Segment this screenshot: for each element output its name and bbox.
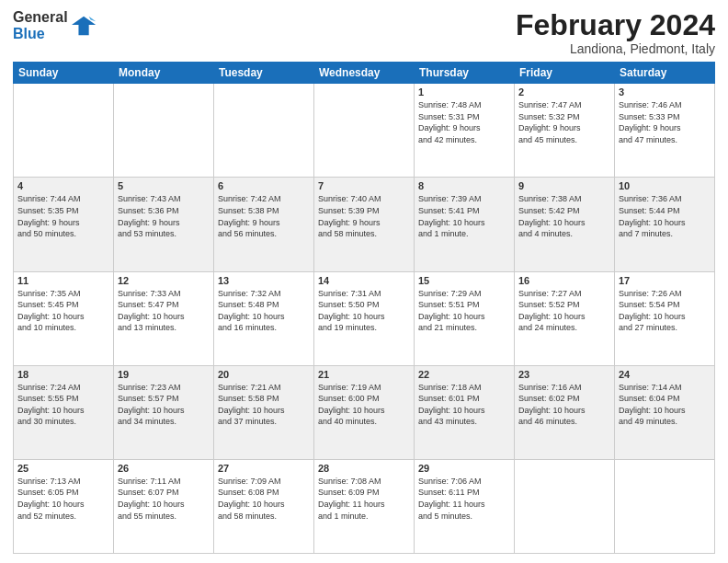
calendar-cell: 11Sunrise: 7:35 AM Sunset: 5:45 PM Dayli… [14,271,114,365]
calendar-cell: 18Sunrise: 7:24 AM Sunset: 5:55 PM Dayli… [14,365,114,459]
day-info: Sunrise: 7:19 AM Sunset: 6:00 PM Dayligh… [318,382,410,428]
col-saturday: Saturday [615,63,715,84]
day-info: Sunrise: 7:13 AM Sunset: 6:05 PM Dayligh… [17,476,109,522]
calendar-cell: 5Sunrise: 7:43 AM Sunset: 5:36 PM Daylig… [114,178,214,271]
calendar-cell: 8Sunrise: 7:39 AM Sunset: 5:41 PM Daylig… [415,178,515,271]
day-info: Sunrise: 7:38 AM Sunset: 5:42 PM Dayligh… [518,193,610,239]
col-thursday: Thursday [415,63,515,84]
day-info: Sunrise: 7:09 AM Sunset: 6:08 PM Dayligh… [218,476,310,522]
col-monday: Monday [114,63,214,84]
day-number: 12 [118,275,210,286]
day-number: 22 [418,369,510,380]
day-number: 5 [118,180,210,191]
calendar-cell: 16Sunrise: 7:27 AM Sunset: 5:52 PM Dayli… [515,271,615,365]
calendar-cell: 23Sunrise: 7:16 AM Sunset: 6:02 PM Dayli… [515,365,615,459]
day-info: Sunrise: 7:43 AM Sunset: 5:36 PM Dayligh… [118,193,210,239]
calendar-cell [14,84,114,178]
calendar-cell: 1Sunrise: 7:48 AM Sunset: 5:31 PM Daylig… [415,84,515,178]
day-number: 21 [318,369,410,380]
day-info: Sunrise: 7:21 AM Sunset: 5:58 PM Dayligh… [218,382,310,428]
calendar-cell [114,84,214,178]
day-info: Sunrise: 7:39 AM Sunset: 5:41 PM Dayligh… [418,193,510,239]
day-number: 14 [318,275,410,286]
day-info: Sunrise: 7:44 AM Sunset: 5:35 PM Dayligh… [17,193,109,239]
day-info: Sunrise: 7:11 AM Sunset: 6:07 PM Dayligh… [118,476,210,522]
header: General Blue February 2024 Landiona, Pie… [13,9,715,56]
calendar-cell: 3Sunrise: 7:46 AM Sunset: 5:33 PM Daylig… [615,84,715,178]
day-number: 9 [518,180,610,191]
day-info: Sunrise: 7:23 AM Sunset: 5:57 PM Dayligh… [118,382,210,428]
day-info: Sunrise: 7:08 AM Sunset: 6:09 PM Dayligh… [318,476,410,522]
day-number: 25 [17,463,109,474]
col-friday: Friday [515,63,615,84]
calendar-cell [214,84,314,178]
day-number: 26 [118,463,210,474]
day-info: Sunrise: 7:18 AM Sunset: 6:01 PM Dayligh… [418,382,510,428]
calendar-cell [615,459,715,553]
day-number: 8 [418,180,510,191]
day-info: Sunrise: 7:46 AM Sunset: 5:33 PM Dayligh… [619,99,711,145]
calendar-cell: 2Sunrise: 7:47 AM Sunset: 5:32 PM Daylig… [515,84,615,178]
day-number: 7 [318,180,410,191]
day-number: 24 [619,369,711,380]
calendar-cell: 26Sunrise: 7:11 AM Sunset: 6:07 PM Dayli… [114,459,214,553]
calendar-cell: 29Sunrise: 7:06 AM Sunset: 6:11 PM Dayli… [415,459,515,553]
day-info: Sunrise: 7:33 AM Sunset: 5:47 PM Dayligh… [118,288,210,334]
day-number: 20 [218,369,310,380]
calendar-week-3: 11Sunrise: 7:35 AM Sunset: 5:45 PM Dayli… [14,271,715,365]
day-info: Sunrise: 7:27 AM Sunset: 5:52 PM Dayligh… [518,288,610,334]
title-block: February 2024 Landiona, Piedmont, Italy [516,9,715,56]
day-number: 15 [418,275,510,286]
day-info: Sunrise: 7:35 AM Sunset: 5:45 PM Dayligh… [17,288,109,334]
day-info: Sunrise: 7:06 AM Sunset: 6:11 PM Dayligh… [418,476,510,522]
calendar-cell: 19Sunrise: 7:23 AM Sunset: 5:57 PM Dayli… [114,365,214,459]
day-number: 19 [118,369,210,380]
day-number: 1 [418,86,510,98]
day-number: 13 [218,275,310,286]
day-number: 29 [418,463,510,474]
day-number: 16 [518,275,610,286]
col-tuesday: Tuesday [214,63,314,84]
calendar-cell: 25Sunrise: 7:13 AM Sunset: 6:05 PM Dayli… [14,459,114,553]
calendar-cell: 24Sunrise: 7:14 AM Sunset: 6:04 PM Dayli… [615,365,715,459]
day-info: Sunrise: 7:32 AM Sunset: 5:48 PM Dayligh… [218,288,310,334]
calendar-cell [515,459,615,553]
day-number: 27 [218,463,310,474]
calendar-cell [314,84,415,178]
logo-blue: Blue [13,26,68,42]
location: Landiona, Piedmont, Italy [516,41,715,56]
day-number: 6 [218,180,310,191]
day-number: 10 [619,180,711,191]
calendar-cell: 13Sunrise: 7:32 AM Sunset: 5:48 PM Dayli… [214,271,314,365]
day-info: Sunrise: 7:29 AM Sunset: 5:51 PM Dayligh… [418,288,510,334]
month-title: February 2024 [516,9,715,41]
calendar-cell: 12Sunrise: 7:33 AM Sunset: 5:47 PM Dayli… [114,271,214,365]
day-number: 28 [318,463,410,474]
day-info: Sunrise: 7:36 AM Sunset: 5:44 PM Dayligh… [619,193,711,239]
calendar-cell: 10Sunrise: 7:36 AM Sunset: 5:44 PM Dayli… [615,178,715,271]
calendar-cell: 6Sunrise: 7:42 AM Sunset: 5:38 PM Daylig… [214,178,314,271]
day-info: Sunrise: 7:42 AM Sunset: 5:38 PM Dayligh… [218,193,310,239]
calendar-header-row: Sunday Monday Tuesday Wednesday Thursday… [14,63,715,84]
calendar-week-4: 18Sunrise: 7:24 AM Sunset: 5:55 PM Dayli… [14,365,715,459]
calendar-cell: 22Sunrise: 7:18 AM Sunset: 6:01 PM Dayli… [415,365,515,459]
logo-icon [72,13,97,39]
logo: General Blue [13,9,97,41]
day-info: Sunrise: 7:14 AM Sunset: 6:04 PM Dayligh… [619,382,711,428]
day-number: 23 [518,369,610,380]
page: General Blue February 2024 Landiona, Pie… [0,0,728,563]
col-sunday: Sunday [14,63,114,84]
day-info: Sunrise: 7:48 AM Sunset: 5:31 PM Dayligh… [418,99,510,145]
day-info: Sunrise: 7:16 AM Sunset: 6:02 PM Dayligh… [518,382,610,428]
day-info: Sunrise: 7:47 AM Sunset: 5:32 PM Dayligh… [518,99,610,145]
col-wednesday: Wednesday [314,63,415,84]
calendar-cell: 27Sunrise: 7:09 AM Sunset: 6:08 PM Dayli… [214,459,314,553]
day-number: 18 [17,369,109,380]
day-number: 4 [17,180,109,191]
calendar-cell: 20Sunrise: 7:21 AM Sunset: 5:58 PM Dayli… [214,365,314,459]
calendar-cell: 7Sunrise: 7:40 AM Sunset: 5:39 PM Daylig… [314,178,415,271]
calendar: Sunday Monday Tuesday Wednesday Thursday… [13,62,715,554]
day-info: Sunrise: 7:40 AM Sunset: 5:39 PM Dayligh… [318,193,410,239]
day-number: 11 [17,275,109,286]
calendar-week-1: 1Sunrise: 7:48 AM Sunset: 5:31 PM Daylig… [14,84,715,178]
